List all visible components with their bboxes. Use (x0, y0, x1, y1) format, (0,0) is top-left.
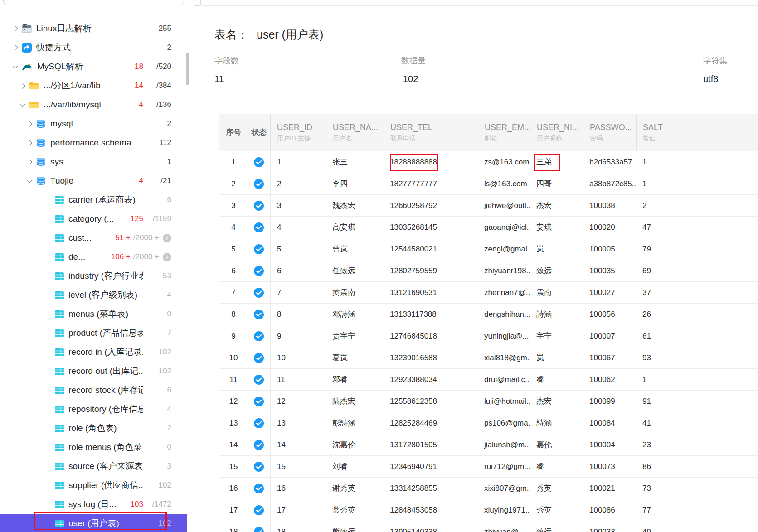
table-column-header[interactable]: USER_NI... 用户昵称 (530, 114, 583, 151)
table-column-header[interactable]: 状态 (248, 114, 270, 151)
chevron-icon[interactable] (10, 66, 20, 68)
cell-user-email: zs@163.com (478, 151, 530, 173)
tree-item-label: record stock (库存记... (68, 384, 143, 396)
tree-item[interactable]: role menus (角色菜单... 0 (0, 438, 187, 457)
table-row[interactable]: 10 10 夏岚 13239016588 xial818@gm... 岚 100… (219, 347, 758, 369)
search-input[interactable] (3, 0, 184, 5)
tree-item-count: 112 (146, 138, 171, 147)
table-column-header[interactable]: USER_NA... 用户名 (326, 114, 384, 151)
table-row[interactable]: 2 2 李四 18277777777 ls@163.com 四哥 a38b872… (219, 173, 758, 195)
table-row[interactable]: 1 1 张三 18288888888 zs@163.com 三弟 b2d6533… (219, 151, 758, 173)
tab-stub[interactable] (194, 0, 201, 6)
cell-user-nickname: 詩涵 (530, 304, 583, 325)
cell-user-email: yuningjia@... (478, 325, 530, 347)
tree-item-count: /2000 + (133, 252, 159, 261)
tree-item[interactable]: level (客户级别表) 4 (0, 285, 187, 305)
table-column-header[interactable]: USER_ID 用户ID,主键... (270, 114, 326, 151)
table-column-header[interactable]: SALT 盐值 (636, 114, 683, 151)
table-body: 1 1 张三 18288888888 zs@163.com 三弟 b2d6533… (219, 151, 758, 532)
tree-item[interactable]: category (... 125 /1159 (0, 209, 187, 228)
chevron-icon[interactable] (10, 46, 20, 50)
chevron-icon[interactable] (24, 141, 34, 145)
table-column-header[interactable]: PASSWO... 密码 (583, 114, 636, 151)
cell-password: a38b872c85... (583, 173, 636, 194)
cell-stub (683, 391, 758, 412)
status-check-icon (254, 397, 264, 406)
cell-password: b2d6533a57... (583, 151, 636, 173)
table-row[interactable]: 12 12 陆杰宏 12558612358 luji@hotmail... 杰宏… (219, 391, 758, 412)
tree-item[interactable]: MySQL解析 18 /520 (0, 57, 187, 76)
cell-user-nickname: 岚 (530, 238, 583, 260)
table-column-header[interactable]: USER_TEL 联系电话 (384, 114, 478, 151)
tree-item[interactable]: sys log (日... 103 /1472 (0, 495, 187, 514)
tree-item[interactable]: record stock (库存记... 6 (0, 381, 187, 400)
table-row[interactable]: 11 11 邓睿 12923388034 drui@mail.c... 睿 10… (219, 369, 758, 391)
chevron-icon[interactable] (24, 122, 34, 126)
tree-item[interactable]: carrier (承运商表) 6 (0, 190, 187, 209)
chevron-icon[interactable] (24, 160, 34, 164)
tree-item[interactable]: de... 106 + /2000 + i (0, 247, 187, 266)
cell-salt: 61 (636, 325, 683, 347)
table-row[interactable]: 14 14 沈嘉伦 13172801505 jialunsh@m... 嘉伦 1… (219, 434, 758, 456)
tree-item[interactable]: role (角色表) 2 (0, 419, 187, 438)
log-file-icon: LOG (22, 24, 32, 33)
tree-item[interactable]: performance schema 112 (0, 133, 187, 152)
tree-item[interactable]: source (客户来源表) 3 (0, 457, 187, 476)
table-icon (55, 463, 64, 470)
tree-item[interactable]: industry (客户行业表) 53 (0, 266, 187, 285)
cell-user-email: jialunsh@m... (478, 434, 530, 455)
tree-item[interactable]: LOG Linux日志解析 255 (0, 19, 187, 38)
tree-item[interactable]: record in (入库记录... 102 (0, 343, 187, 362)
tree-item[interactable]: mysql 2 (0, 114, 187, 133)
table-row[interactable]: 17 17 常秀英 12848453058 xiuying1971... 秀英 … (219, 499, 758, 521)
info-icon[interactable]: i (163, 234, 171, 242)
tree-item[interactable]: product (产品信息表) 7 (0, 324, 187, 343)
table-row[interactable]: 15 15 刘睿 12346940791 rui712@gm... 睿 1000… (219, 456, 758, 478)
chevron-icon[interactable] (24, 180, 34, 182)
tree-item[interactable]: supplier (供应商信... 102 (0, 476, 187, 495)
table-row[interactable]: 18 18 熊致远 13905140338 zhiyuan@... 致远 100… (219, 521, 758, 532)
tree-item[interactable]: repository (仓库信息表) 4 (0, 400, 187, 419)
tree-item[interactable]: record out (出库记... 102 (0, 362, 187, 381)
cell-salt: 40 (636, 521, 683, 532)
cell-seq: 13 (219, 412, 248, 434)
table-row[interactable]: 13 13 彭詩涵 12825284469 ps106@gma... 詩涵 10… (219, 412, 758, 434)
table-row[interactable]: 9 9 贾宇宁 12746845018 yuningjia@... 宇宁 100… (219, 325, 758, 347)
tree-item[interactable]: 快捷方式 2 (0, 38, 187, 57)
cell-stub (683, 260, 758, 281)
chevron-icon[interactable] (17, 104, 27, 106)
cell-user-name: 刘睿 (326, 456, 384, 477)
chevron-icon[interactable] (10, 27, 20, 31)
table-column-header[interactable]: USER_EM... 邮箱 (478, 114, 530, 151)
tree-item[interactable]: menus (菜单表) 0 (0, 305, 187, 324)
cell-password: 100056 (583, 304, 636, 325)
info-icon[interactable]: i (163, 253, 171, 261)
cell-user-name: 黄震南 (326, 282, 384, 303)
table-row[interactable]: 16 16 谢秀英 13314258855 xixi807@gm... 秀英 1… (219, 478, 758, 499)
cell-user-nickname: 秀英 (530, 478, 583, 499)
tree-item[interactable]: cust... 51 + /2000 + i (0, 228, 187, 247)
sidebar-scrollbar-thumb[interactable] (186, 53, 190, 85)
table-row[interactable]: 6 6 任致远 12802759559 zhiyuanr198... 致远 10… (219, 260, 758, 282)
tree-item[interactable]: sys 1 (0, 152, 187, 171)
table-row[interactable]: 8 8 邓詩涵 13133117388 dengshihan... 詩涵 100… (219, 304, 758, 325)
table-icon (55, 272, 64, 280)
cell-user-nickname: 致远 (530, 521, 583, 532)
cell-user-id: 14 (270, 434, 326, 455)
table-icon (55, 215, 64, 223)
table-row[interactable]: 7 7 黄震南 13121690531 zhennan7@... 震南 1000… (219, 282, 758, 304)
tree-item[interactable]: Tuojie 4 /21 (0, 171, 187, 190)
chevron-icon[interactable] (17, 84, 27, 88)
table-row[interactable]: 4 4 高安琪 13035268145 gaoanqi@icl... 安琪 10… (219, 217, 758, 238)
table-row[interactable]: 3 3 魏杰宏 12660258792 jiehwe@outl... 杰宏 10… (219, 195, 758, 217)
tree-item[interactable]: .../分区1/var/lib 14 /384 (0, 76, 187, 95)
column-label: PASSWO... (590, 123, 636, 132)
cell-status (248, 347, 270, 368)
tree-item-label: MySQL解析 (37, 61, 130, 73)
tree-item[interactable]: .../var/lib/mysql 4 /136 (0, 95, 187, 114)
tree-item-count: /136 (146, 100, 171, 109)
table-column-header[interactable]: 序号 (219, 114, 248, 151)
cell-stub (683, 151, 758, 173)
cell-seq: 1 (219, 151, 248, 173)
table-row[interactable]: 5 5 曾岚 12544580021 zengl@gmai... 岚 10000… (219, 238, 758, 260)
